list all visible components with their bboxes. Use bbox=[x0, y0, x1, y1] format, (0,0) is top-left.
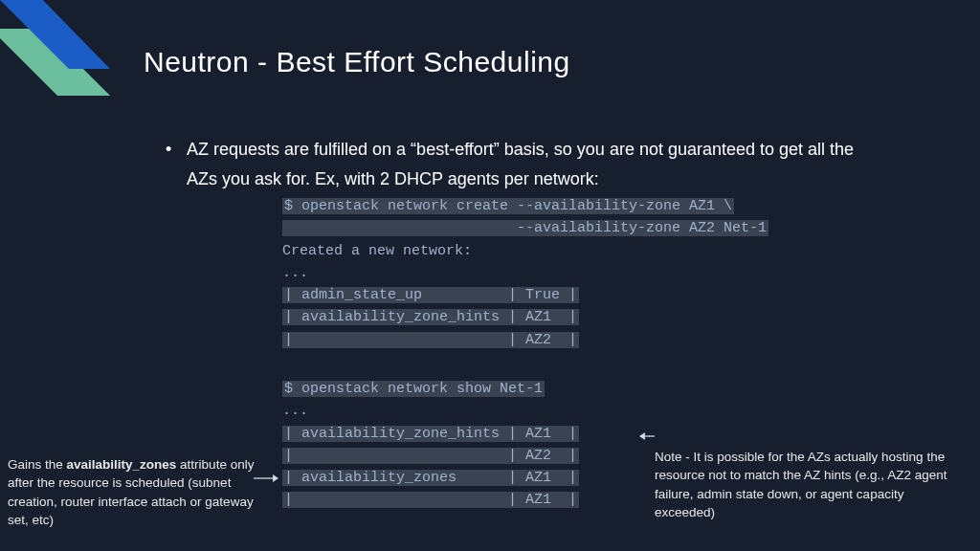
annotation-left: Gains the availability_zones attribute o… bbox=[8, 455, 268, 530]
svg-marker-5 bbox=[639, 432, 645, 440]
code-block-show: $ openstack network show Net-1 ... | ava… bbox=[282, 378, 579, 512]
bullet-point: AZ requests are fulfilled on a “best-eff… bbox=[187, 135, 876, 193]
code-line: --availability-zone AZ2 Net-1 bbox=[282, 220, 768, 236]
code-line: $ openstack network create --availabilit… bbox=[282, 198, 734, 214]
code-line: ... bbox=[282, 262, 768, 284]
corner-accent-graphic bbox=[0, 0, 124, 115]
code-line: Created a new network: bbox=[282, 240, 768, 262]
arrow-icon bbox=[639, 429, 655, 444]
code-line: | admin_state_up | True | bbox=[282, 287, 579, 303]
annotation-text: Gains the bbox=[8, 457, 67, 472]
code-line: | availability_zones | AZ1 | bbox=[282, 470, 579, 486]
svg-marker-0 bbox=[0, 29, 110, 96]
annotation-right: Note - It is possible for the AZs actual… bbox=[655, 448, 967, 522]
slide-title: Neutron - Best Effort Scheduling bbox=[144, 46, 570, 78]
code-line: $ openstack network show Net-1 bbox=[282, 381, 545, 397]
code-line: ... bbox=[282, 400, 579, 422]
annotation-bold: availability_zones bbox=[67, 457, 177, 472]
arrow-icon bbox=[254, 471, 278, 486]
svg-marker-1 bbox=[0, 0, 110, 69]
code-line: | | AZ2 | bbox=[282, 332, 579, 348]
code-block-create: $ openstack network create --availabilit… bbox=[282, 195, 768, 351]
code-line: | | AZ2 | bbox=[282, 448, 579, 464]
code-line: | availability_zone_hints | AZ1 | bbox=[282, 309, 579, 325]
code-line: | availability_zone_hints | AZ1 | bbox=[282, 426, 579, 442]
code-line: | | AZ1 | bbox=[282, 492, 579, 508]
svg-marker-3 bbox=[273, 474, 278, 482]
